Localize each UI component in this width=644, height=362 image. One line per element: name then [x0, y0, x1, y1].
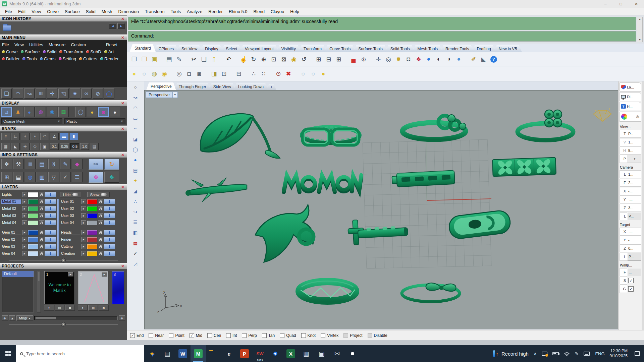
- maximize-button[interactable]: □: [613, 0, 629, 8]
- white-material-icon[interactable]: ●: [110, 107, 120, 117]
- layer-lock-icon[interactable]: [39, 199, 44, 204]
- checkbox-icon[interactable]: [368, 333, 372, 338]
- checkbox-icon[interactable]: [207, 333, 212, 338]
- project-thumbnail[interactable]: 1 ▶ Welcome to Matrix ⬧ ▤ ✖: [44, 271, 75, 312]
- rotate-view-icon[interactable]: ↻: [249, 54, 258, 65]
- layer-row[interactable]: Metal 03 ▶: [1, 213, 56, 219]
- start-button[interactable]: [0, 345, 16, 362]
- selection-filter-icon[interactable]: ◎: [384, 54, 393, 65]
- material-dropdown[interactable]: Plastic▼: [64, 118, 125, 124]
- shaded-mode-icon[interactable]: ♟: [13, 107, 23, 117]
- layer-lock-icon[interactable]: [98, 199, 103, 204]
- osnap-checkbox[interactable]: Perp: [242, 333, 257, 338]
- copy-icon[interactable]: ❏: [199, 54, 209, 65]
- command-prompt[interactable]: Command:: [128, 31, 636, 42]
- property-value[interactable]: [627, 155, 641, 163]
- layer-expand-icon[interactable]: ▶: [81, 230, 86, 235]
- model-faceted-band[interactable]: [299, 281, 356, 301]
- save-icon[interactable]: ▣: [150, 54, 159, 65]
- tray-expand-icon[interactable]: ∧: [534, 351, 537, 356]
- main-menu-category[interactable]: Tools: [22, 56, 37, 61]
- command-scrollbar[interactable]: ▲▼: [637, 17, 643, 42]
- property-row[interactable]: V 1...: [620, 138, 641, 146]
- gumball-snap-icon[interactable]: ◇: [31, 143, 39, 150]
- word-icon[interactable]: W: [175, 345, 191, 362]
- export-icon[interactable]: ✎: [174, 54, 184, 65]
- main-menu-category[interactable]: Art: [104, 49, 114, 54]
- property-value[interactable]: [627, 285, 641, 293]
- color-wheel-tab[interactable]: ✻: [620, 112, 641, 122]
- thumbnail-play-icon[interactable]: ▶: [102, 272, 107, 277]
- model-signet-ring[interactable]: [448, 209, 512, 240]
- property-value[interactable]: 1...: [627, 170, 641, 178]
- main-menu-category[interactable]: Cutters: [79, 56, 97, 61]
- minimize-button[interactable]: –: [598, 0, 613, 8]
- menu-item[interactable]: Solid: [83, 8, 99, 15]
- property-row[interactable]: Y -...: [620, 236, 641, 244]
- ribbon-tab[interactable]: Curve Tools: [324, 45, 356, 52]
- layer-row[interactable]: User 01 ▶: [60, 199, 115, 204]
- close-icon[interactable]: ✕: [120, 127, 125, 131]
- gear-icon[interactable]: ✻: [636, 114, 640, 119]
- property-value[interactable]: [627, 277, 641, 285]
- zoom-selected-icon[interactable]: ◉: [289, 54, 299, 65]
- ortho-snap-icon[interactable]: ◣: [11, 143, 20, 150]
- clayoo-sphere-icon[interactable]: ●: [424, 54, 433, 65]
- material-blue-icon[interactable]: ●: [454, 54, 464, 65]
- rendered-mode-icon[interactable]: ●: [24, 107, 35, 117]
- zoom-dynamic-icon[interactable]: ⊕: [259, 54, 268, 65]
- calculator-icon[interactable]: ▦: [299, 345, 314, 362]
- project-list-scrollbar[interactable]: [37, 271, 41, 312]
- zoom-dot-icon[interactable]: ⊙: [274, 68, 283, 79]
- unlock-icon[interactable]: ◙: [195, 68, 204, 79]
- frame-swap-icon[interactable]: ⊟: [234, 68, 244, 79]
- layer-name[interactable]: User 03: [60, 214, 80, 218]
- layer-color-swatch[interactable]: [28, 237, 38, 242]
- inspect-wrench-icon[interactable]: ⚒: [13, 159, 24, 169]
- main-menu-item[interactable]: Utilities: [29, 42, 43, 47]
- layer-expand-icon[interactable]: ▶: [22, 206, 27, 211]
- frame-on-icon[interactable]: ⊡: [219, 68, 229, 79]
- zoom-gear-icon[interactable]: ⊛: [359, 54, 368, 65]
- layer-expand-icon[interactable]: ▶: [81, 213, 86, 218]
- checkbox-icon[interactable]: [321, 333, 325, 338]
- layer-name[interactable]: Metal 03: [1, 214, 21, 218]
- flow-icon[interactable]: ≋: [36, 88, 46, 99]
- close-icon[interactable]: ✕: [120, 185, 125, 189]
- zoom-extents-icon[interactable]: ⊠: [279, 54, 288, 65]
- sphere-tool-icon[interactable]: ◯: [131, 146, 140, 153]
- project-list[interactable]: Default: [2, 271, 34, 312]
- property-row[interactable]: X -...: [620, 228, 641, 236]
- planar-snap-icon[interactable]: ✛: [21, 143, 30, 150]
- loop-update-icon[interactable]: ↻: [104, 159, 119, 170]
- curve-tool-icon[interactable]: ↝: [131, 94, 140, 101]
- monitor-icon[interactable]: ⬓: [13, 172, 24, 182]
- osnap-checkbox[interactable]: Near: [149, 333, 164, 338]
- property-value[interactable]: P...: [627, 130, 641, 138]
- thumbnail-load-icon[interactable]: ⬧: [78, 305, 88, 311]
- menu-item[interactable]: Clayoo: [268, 8, 287, 15]
- layer-lock-icon[interactable]: [39, 237, 44, 242]
- main-menu-category[interactable]: Surface: [21, 49, 40, 54]
- osnap-disable-icon[interactable]: ✖: [284, 68, 293, 79]
- layer-name[interactable]: Metal 04: [1, 221, 21, 225]
- layer-color-swatch[interactable]: [28, 220, 38, 225]
- layer-visibility-toggle[interactable]: [45, 213, 56, 218]
- ribbon-tab[interactable]: Mesh Tools: [413, 45, 443, 52]
- property-row[interactable]: S: [620, 277, 641, 285]
- property-value[interactable]: 0...: [627, 244, 641, 252]
- zoom-window-icon[interactable]: ⊡: [269, 54, 278, 65]
- report-icon[interactable]: ☰: [72, 172, 83, 182]
- arc-icon[interactable]: ◠: [13, 88, 23, 99]
- property-row[interactable]: X -...: [620, 187, 641, 195]
- close-icon[interactable]: ✕: [120, 153, 125, 157]
- layer-color-swatch[interactable]: [28, 199, 38, 204]
- cplane-icon[interactable]: ◣: [479, 54, 488, 65]
- property-value[interactable]: 5...: [627, 146, 641, 155]
- stack-tool-icon[interactable]: ☰: [131, 219, 140, 226]
- layers-tool-icon[interactable]: ▤: [131, 167, 140, 174]
- main-menu-category[interactable]: Render: [100, 56, 119, 61]
- browser-icon[interactable]: [345, 345, 360, 362]
- gem-rotate-teal-icon[interactable]: ❖: [104, 172, 119, 183]
- cut-icon[interactable]: ✂: [189, 54, 199, 65]
